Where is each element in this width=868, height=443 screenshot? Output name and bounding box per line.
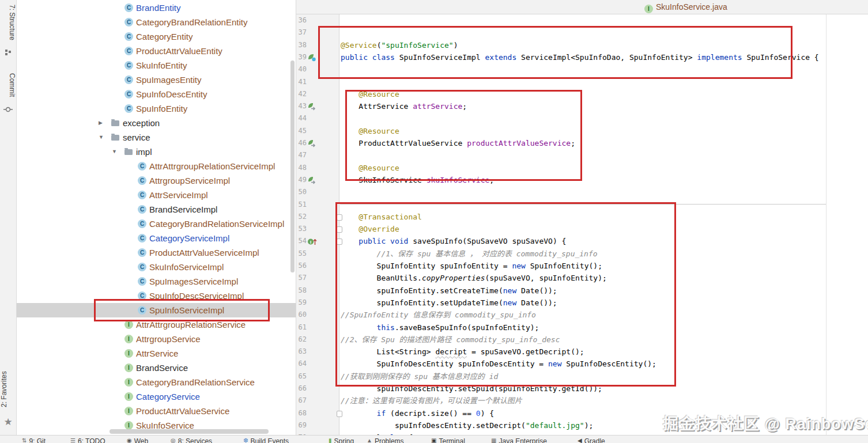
line-number[interactable]: 48 <box>296 162 307 174</box>
line-number[interactable]: 62 <box>296 334 307 346</box>
java-enterprise-icon: ▦ <box>491 437 496 443</box>
interface-icon: I <box>124 320 133 329</box>
commit-icon[interactable] <box>0 105 16 116</box>
bottombar-item-9-git[interactable]: ⇅9: Git <box>22 437 46 443</box>
line-number[interactable]: 67 <box>296 395 307 407</box>
line-number[interactable]: 44 <box>296 112 307 124</box>
spring-autowired-icon[interactable] <box>307 139 317 148</box>
tree-item-AttrgroupServiceImpl[interactable]: CAttrgroupServiceImpl <box>17 173 296 188</box>
tree-item-CategoryService[interactable]: ICategoryService <box>17 389 296 404</box>
toolwindow-button-favorites[interactable]: 2: Favorites <box>0 366 16 413</box>
tree-item-ProductAttrValueEntity[interactable]: CProductAttrValueEntity <box>17 44 296 58</box>
left-toolwindow-bar: 7: Structure Commit 2: Favorites ★ <box>0 0 17 435</box>
tree-item-SpuImagesEntity[interactable]: CSpuImagesEntity <box>17 73 296 87</box>
line-number[interactable]: 61 <box>296 321 307 334</box>
line-number[interactable]: 66 <box>296 383 307 395</box>
tree-item-CategoryEntity[interactable]: CCategoryEntity <box>17 29 296 44</box>
line-number[interactable]: 54 <box>296 235 307 247</box>
toolwindow-button-structure[interactable]: 7: Structure <box>0 5 16 40</box>
tree-item-BrandEntity[interactable]: CBrandEntity <box>17 1 296 15</box>
tree-item-AttrServiceImpl[interactable]: CAttrServiceImpl <box>17 188 296 202</box>
tree-item-SpuImagesServiceImpl[interactable]: CSpuImagesServiceImpl <box>17 274 296 289</box>
expand-arrow-icon[interactable]: ▶ <box>99 116 103 130</box>
line-number[interactable]: 52 <box>296 211 307 223</box>
terminal-icon: ▣ <box>431 437 436 443</box>
collapse-arrow-icon[interactable]: ▼ <box>99 130 104 145</box>
line-number[interactable]: 51 <box>296 199 307 211</box>
line-number[interactable]: 69 <box>296 419 307 431</box>
tree-item-AttrgroupService[interactable]: IAttrgroupService <box>17 332 296 346</box>
favorites-star-icon[interactable]: ★ <box>0 416 16 428</box>
tree-item-CategoryBrandRelationEntity[interactable]: CCategoryBrandRelationEntity <box>17 15 296 29</box>
line-number[interactable]: 53 <box>296 223 307 235</box>
line-number[interactable]: 64 <box>296 358 307 370</box>
tree-item-ProductAttrValueService[interactable]: IProductAttrValueService <box>17 404 296 418</box>
bottombar-item-6-todo[interactable]: ☰6: TODO <box>70 437 105 443</box>
tree-vertical-scrollbar[interactable] <box>290 60 295 272</box>
toolwindow-button-commit[interactable]: Commit <box>0 73 16 97</box>
line-number[interactable]: 57 <box>296 272 307 284</box>
tree-item-AttrService[interactable]: IAttrService <box>17 346 296 361</box>
tree-item-BrandServiceImpl[interactable]: CBrandServiceImpl <box>17 202 296 217</box>
bottombar-item-build-events[interactable]: ❆Build Events <box>243 437 289 443</box>
editor-tab[interactable]: ISkuInfoService.java <box>644 1 727 13</box>
tree-item-AttrAttrgroupRelationServiceImpl[interactable]: CAttrAttrgroupRelationServiceImpl <box>17 159 296 173</box>
line-number[interactable]: 63 <box>296 346 307 358</box>
tree-item-SkuInfoServiceImpl[interactable]: CSkuInfoServiceImpl <box>17 260 296 274</box>
line-number[interactable]: 60 <box>296 309 307 321</box>
spring-bean-icon[interactable] <box>307 53 317 62</box>
line-number[interactable]: 40 <box>296 63 307 75</box>
line-number[interactable]: 65 <box>296 370 307 383</box>
tree-item-label: AttrService <box>136 346 178 361</box>
line-number[interactable]: 38 <box>296 39 307 51</box>
spring-autowired-icon[interactable] <box>307 176 317 185</box>
bottombar-item-problems[interactable]: ▲Problems <box>367 437 404 443</box>
line-number[interactable]: 68 <box>296 407 307 419</box>
tree-item-CategoryBrandRelationService[interactable]: ICategoryBrandRelationService <box>17 375 296 389</box>
tree-horizontal-scrollbar[interactable] <box>110 429 269 434</box>
line-number[interactable]: 43 <box>296 100 307 112</box>
line-number[interactable]: 36 <box>296 14 307 26</box>
line-number[interactable]: 47 <box>296 149 307 161</box>
spring-autowired-icon[interactable] <box>307 102 317 111</box>
line-number[interactable]: 49 <box>296 174 307 186</box>
class-icon: C <box>124 75 133 84</box>
problems-icon: ▲ <box>367 437 372 443</box>
tree-item-BrandService[interactable]: IBrandService <box>17 361 296 375</box>
line-number[interactable]: 42 <box>296 88 307 100</box>
bottombar-item-gradle[interactable]: ◀Gradle <box>578 437 605 443</box>
bottombar-item-8-services[interactable]: ◎8: Services <box>171 437 212 443</box>
line-number[interactable]: 41 <box>296 76 307 88</box>
line-number[interactable]: 58 <box>296 285 307 297</box>
tree-item-SkuInfoEntity[interactable]: CSkuInfoEntity <box>17 58 296 73</box>
tree-item-label: AttrgroupService <box>136 332 201 346</box>
tree-item-ProductAttrValueServiceImpl[interactable]: CProductAttrValueServiceImpl <box>17 245 296 260</box>
collapse-arrow-icon[interactable]: ▼ <box>112 145 117 159</box>
bottombar-item-label: Spring <box>334 437 354 443</box>
bottombar-item-terminal[interactable]: ▣Terminal <box>431 437 465 443</box>
tree-item-CategoryBrandRelationServiceImpl[interactable]: CCategoryBrandRelationServiceImpl <box>17 217 296 231</box>
structure-icon[interactable] <box>0 48 16 59</box>
tree-item-SpuInfoDescEntity[interactable]: CSpuInfoDescEntity <box>17 87 296 101</box>
line-number[interactable]: 39 <box>296 51 307 63</box>
tree-item-SpuInfoEntity[interactable]: CSpuInfoEntity <box>17 101 296 116</box>
editor-header: ISkuInfoService.java <box>296 0 868 14</box>
line-number[interactable]: 45 <box>296 125 307 137</box>
bottombar-item-java-enterprise[interactable]: ▦Java Enterprise <box>491 437 547 443</box>
line-number[interactable]: 50 <box>296 186 307 198</box>
implements-method-icon[interactable]: I <box>307 237 317 246</box>
tree-item-label: AttrServiceImpl <box>149 188 208 202</box>
class-icon: C <box>124 47 133 55</box>
line-number[interactable]: 46 <box>296 137 307 149</box>
tree-item-impl[interactable]: ▼impl <box>17 145 296 159</box>
line-number[interactable]: 55 <box>296 248 307 260</box>
bottombar-item-web[interactable]: ◉Web <box>127 437 148 443</box>
tree-item-exception[interactable]: ▶exception <box>17 116 296 130</box>
bottombar-item-spring[interactable]: ▮Spring <box>329 437 354 443</box>
tree-item-service[interactable]: ▼service <box>17 130 296 145</box>
line-number[interactable]: 59 <box>296 297 307 309</box>
tree-item-CategoryServiceImpl[interactable]: CCategoryServiceImpl <box>17 231 296 245</box>
line-number[interactable]: 37 <box>296 26 307 39</box>
bottombar-item-label: 8: Services <box>178 437 212 443</box>
line-number[interactable]: 56 <box>296 260 307 272</box>
